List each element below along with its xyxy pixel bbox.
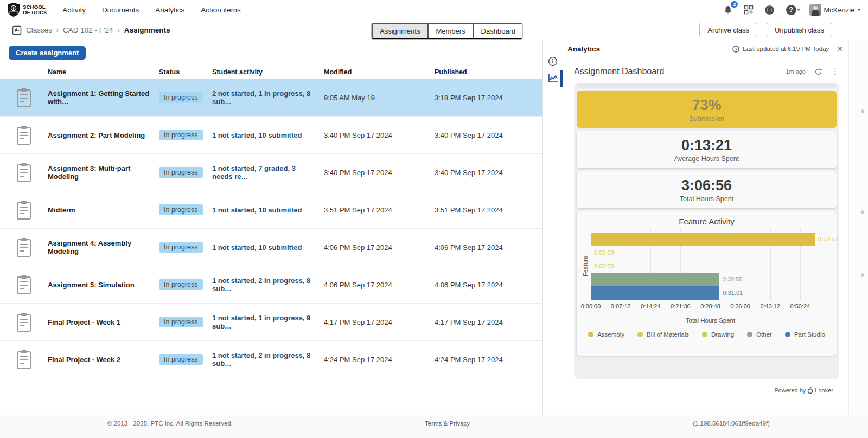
classes-icon xyxy=(12,25,22,35)
chart-bar[interactable] xyxy=(591,233,815,246)
legend-color-dot xyxy=(588,332,593,337)
chart-bar-row-other: 0:30:55 xyxy=(591,273,830,286)
archive-class-button[interactable]: Archive class xyxy=(699,23,757,37)
assignment-row[interactable]: Assignment 1: Getting Started with…In pr… xyxy=(0,79,542,117)
nav-item-analytics[interactable]: Analytics xyxy=(155,6,184,14)
primary-nav: ActivityDocumentsAnalyticsAction items xyxy=(62,6,241,14)
column-header-status[interactable]: Status xyxy=(159,68,212,76)
assignment-row[interactable]: Assignment 5: SimulationIn progress1 not… xyxy=(0,266,542,304)
info-icon xyxy=(548,56,558,66)
assignment-clipboard-icon xyxy=(16,312,32,332)
legend-item-other[interactable]: Other xyxy=(747,331,772,338)
scrollbar-mark xyxy=(861,110,864,113)
user-menu[interactable]: McKenzie ▾ xyxy=(809,4,860,16)
dashboard-menu-button[interactable]: ⋮ xyxy=(831,67,839,76)
legend-label: Bill of Materials xyxy=(647,331,689,338)
legend-item-part-studio[interactable]: Part Studio xyxy=(785,331,825,338)
tab-dashboard[interactable]: Dashboard xyxy=(473,23,523,39)
average-hours-kpi-tile[interactable]: 0:13:21 Average Hours Spent xyxy=(577,131,837,168)
breadcrumb-classes[interactable]: Classes xyxy=(26,26,52,34)
terms-privacy-link[interactable]: Terms & Privacy xyxy=(425,420,470,427)
apps-launcher-button[interactable] xyxy=(742,3,755,16)
create-assignment-button[interactable]: Create assignment xyxy=(9,46,86,60)
assignment-row[interactable]: MidtermIn progress1 not started, 10 subm… xyxy=(0,191,542,229)
notification-badge: 2 xyxy=(731,1,738,8)
help-menu-button[interactable]: ? ▾ xyxy=(783,3,802,16)
published-date: 3:40 PM Sep 17 2024 xyxy=(435,169,542,177)
assignment-row[interactable]: Assignment 3: Multi-part ModelingIn prog… xyxy=(0,154,542,191)
submission-kpi-tile[interactable]: 73% Submission xyxy=(577,91,837,128)
scrollbar-mark xyxy=(861,210,864,214)
assignment-name: Assignment 2: Part Modeling xyxy=(48,131,159,139)
student-activity-link[interactable]: 1 not started, 7 graded, 3 needs re… xyxy=(212,164,324,181)
scrollbar-mark xyxy=(861,273,864,277)
chart-bar-row-bill-of-materials: 0:00:00 xyxy=(591,246,830,260)
student-activity-link[interactable]: 1 not started, 2 in progress, 8 sub… xyxy=(212,351,324,368)
student-activity-link[interactable]: 1 not started, 2 in progress, 8 sub… xyxy=(212,276,324,293)
column-header-published[interactable]: Published xyxy=(435,68,542,76)
copyright-text: © 2013 - 2025, PTC Inc. All Rights Reser… xyxy=(107,420,233,427)
student-activity-link[interactable]: 1 not started, 1 in progress, 9 sub… xyxy=(212,314,324,330)
breadcrumb-class-name[interactable]: CAD 102 - F'24 xyxy=(63,26,113,34)
top-nav: SCHOOL OF ROCK ActivityDocumentsAnalytic… xyxy=(0,0,868,20)
close-panel-icon[interactable]: ✕ xyxy=(837,44,843,53)
assignment-name: Final Project - Week 1 xyxy=(48,318,159,326)
school-of-rock-logo[interactable]: SCHOOL OF ROCK xyxy=(0,2,55,17)
column-header-student-activity[interactable]: Student activity xyxy=(212,68,324,76)
notifications-button[interactable]: 2 xyxy=(722,3,735,16)
status-badge: In progress xyxy=(159,92,203,103)
legend-item-assembly[interactable]: Assembly xyxy=(588,331,624,338)
published-date: 4:17 PM Sep 17 2024 xyxy=(435,318,542,326)
legend-label: Assembly xyxy=(597,331,624,338)
help-icon: ? xyxy=(786,5,796,15)
chart-title: Feature Activity xyxy=(580,217,833,226)
nav-item-action-items[interactable]: Action items xyxy=(201,6,241,14)
chart-bar-row-drawing: 0:00:00 xyxy=(591,260,830,273)
table-header-row: Name Status Student activity Modified Pu… xyxy=(0,65,542,79)
shield-logo-icon xyxy=(7,2,21,17)
logo-text: SCHOOL OF ROCK xyxy=(23,4,47,15)
looker-logo-icon xyxy=(807,387,813,394)
legend-item-bill-of-materials[interactable]: Bill of Materials xyxy=(637,331,689,338)
student-activity-link[interactable]: 1 not started, 10 submitted xyxy=(212,206,324,214)
chart-bar-value-label: 0:00:00 xyxy=(594,246,614,260)
refresh-dashboard-button[interactable] xyxy=(814,68,822,76)
page-scrollbar-gutter[interactable] xyxy=(850,40,868,415)
help-caret-icon: ▾ xyxy=(797,7,800,12)
nav-item-documents[interactable]: Documents xyxy=(102,6,139,14)
nav-item-activity[interactable]: Activity xyxy=(62,6,86,14)
assignment-row[interactable]: Assignment 4: Assembly ModelingIn progre… xyxy=(0,229,542,266)
last-updated-status: Last updated at 6:19 PM Today xyxy=(732,46,829,53)
tab-assignments[interactable]: Assignments xyxy=(372,23,427,39)
total-hours-label: Total Hours Spent xyxy=(680,195,733,203)
student-activity-link[interactable]: 2 not started, 1 in progress, 8 sub… xyxy=(212,89,324,106)
globe-icon xyxy=(764,5,775,15)
class-toolbar: Classes › CAD 102 - F'24 › Assignments A… xyxy=(0,20,868,40)
assignment-row[interactable]: Final Project - Week 2In progress1 not s… xyxy=(0,341,542,378)
student-activity-link[interactable]: 1 not started, 10 submitted xyxy=(212,131,324,139)
status-badge: In progress xyxy=(159,204,203,215)
total-hours-kpi-tile[interactable]: 3:06:56 Total Hours Spent xyxy=(577,171,837,208)
modified-date: 9:05 AM May 19 xyxy=(324,94,435,102)
breadcrumb-current-page: Assignments xyxy=(124,26,170,34)
chart-bar[interactable] xyxy=(591,273,719,286)
build-version-text: (1.198.56184.061ff9eda49f) xyxy=(677,420,786,427)
assignment-row[interactable]: Final Project - Week 1In progress1 not s… xyxy=(0,304,542,341)
info-panel-button[interactable] xyxy=(547,55,559,67)
student-activity-link[interactable]: 1 not started, 10 submitted xyxy=(212,243,324,252)
column-header-name[interactable]: Name xyxy=(48,68,159,76)
legend-item-drawing[interactable]: Drawing xyxy=(702,331,734,338)
clock-icon xyxy=(732,46,739,53)
tab-members[interactable]: Members xyxy=(427,23,473,39)
chart-bar[interactable] xyxy=(591,286,719,300)
unpublish-class-button[interactable]: Unpublish class xyxy=(767,23,832,37)
analytics-panel-button[interactable] xyxy=(547,72,559,84)
language-button[interactable] xyxy=(763,3,776,16)
assignment-row[interactable]: Assignment 2: Part ModelingIn progress1 … xyxy=(0,117,542,154)
column-header-modified[interactable]: Modified xyxy=(324,68,435,76)
chart-plot-area: 0:53:570:00:000:00:000:30:550:31:01 xyxy=(591,233,830,300)
main-content: Create assignment Name Status Student ac… xyxy=(0,40,868,415)
class-view-tabs: AssignmentsMembersDashboard xyxy=(371,23,523,40)
panel-tab-strip xyxy=(542,40,563,415)
powered-by-looker: Powered by Looker xyxy=(774,387,833,394)
